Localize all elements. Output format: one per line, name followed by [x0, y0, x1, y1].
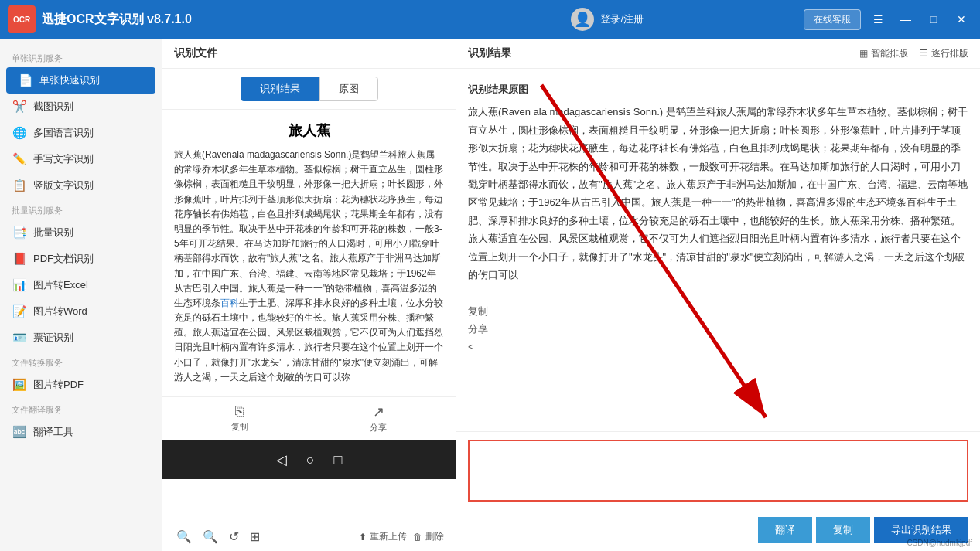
sidebar-item-handwriting[interactable]: ✏️ 手写文字识别: [0, 146, 162, 172]
result-btn-row: 翻译 复制 导出识别结果: [456, 509, 980, 551]
file-panel: 识别文件 识别结果 原图 旅人蕉 旅人蕉(Ravenala madagascar…: [162, 39, 456, 551]
title-bar: OCR 迅捷OCR文字识别 v8.7.1.0 👤 登录/注册 在线客服 ☰ — …: [0, 0, 980, 39]
result-header-title: 识别结果: [468, 46, 511, 60]
share-label: 分享: [370, 422, 387, 434]
pdf-icon: 📕: [12, 252, 27, 266]
zoom-tools: 🔍 🔍 ↺ ⊞: [174, 527, 262, 546]
translate-icon: 🔤: [12, 425, 27, 439]
img2pdf-icon: 🖼️: [12, 378, 27, 392]
delete-icon: 🗑: [413, 532, 422, 542]
file-tools: ⬆ 重新上传 🗑 删除: [359, 530, 444, 543]
file-toolbar: 🔍 🔍 ↺ ⊞ ⬆ 重新上传 🗑 删除: [162, 522, 456, 551]
sidebar-label-translate: 翻译工具: [33, 425, 73, 439]
sidebar-label-batch: 批量识别: [33, 226, 73, 240]
close-button[interactable]: ✕: [951, 9, 972, 30]
file-panel-header: 识别文件: [162, 39, 456, 69]
sidebar-section-1: 单张识别服务: [0, 46, 162, 67]
sidebar-item-excel[interactable]: 📊 图片转Excel: [0, 272, 162, 298]
vertical-icon: 📋: [12, 179, 27, 192]
phone-bottom-bar: ◁ ○ □: [162, 440, 456, 479]
word-icon: 📝: [12, 304, 27, 318]
line-layout-icon: ☰: [920, 48, 928, 59]
maximize-button[interactable]: □: [923, 9, 944, 30]
article-title: 旅人蕉: [174, 121, 444, 140]
sidebar-item-batch[interactable]: 📑 批量识别: [0, 219, 162, 246]
result-share[interactable]: 分享: [468, 320, 968, 338]
smart-layout-icon: ▦: [859, 48, 868, 59]
batch-icon: 📑: [12, 226, 27, 240]
zoom-in-btn[interactable]: 🔍: [200, 527, 220, 546]
share-action[interactable]: ↗ 分享: [370, 403, 387, 434]
result-bottom: 翻译 复制 导出识别结果: [456, 431, 980, 551]
copy-icon: ⎘: [235, 403, 244, 420]
menu-button[interactable]: ☰: [867, 9, 889, 30]
sidebar-item-fast-ocr[interactable]: 📄 单张快速识别: [6, 67, 155, 94]
article-text: 旅人蕉(Ravenala madagascariensis Sonn.)是鹤望兰…: [174, 148, 444, 385]
back-btn[interactable]: ◁: [276, 451, 287, 468]
sidebar-item-translate[interactable]: 🔤 翻译工具: [0, 419, 162, 445]
title-center: 👤 登录/注册: [419, 8, 797, 31]
copy-result-btn[interactable]: 复制: [816, 517, 870, 543]
highlight-link[interactable]: 百科: [220, 298, 239, 308]
result-content: 识别结果原图 旅人蕉(Raven ala madagascariensis So…: [456, 69, 980, 431]
sidebar-label-word: 图片转Word: [33, 304, 87, 318]
tab-result[interactable]: 识别结果: [241, 77, 319, 101]
sidebar-item-screenshot[interactable]: ✂️ 截图识别: [0, 94, 162, 120]
result-copy[interactable]: 复制: [468, 302, 968, 320]
share-icon: ↗: [373, 403, 384, 420]
sidebar-label-fast-ocr: 单张快速识别: [39, 73, 100, 87]
handwriting-icon: ✏️: [12, 152, 27, 166]
result-section-title: 识别结果原图: [468, 80, 968, 98]
sidebar-section-2: 批量识别服务: [0, 199, 162, 219]
result-header: 识别结果 ▦ 智能排版 ☰ 逐行排版: [456, 39, 980, 69]
sidebar-label-id: 票证识别: [33, 331, 73, 345]
sidebar-section-3: 文件转换服务: [0, 351, 162, 372]
watermark: CSDN@hudmkjpdf: [907, 539, 972, 547]
sidebar-item-word[interactable]: 📝 图片转Word: [0, 298, 162, 325]
sidebar: 单张识别服务 📄 单张快速识别 ✂️ 截图识别 🌐 多国语言识别 ✏️ 手写文字…: [0, 39, 162, 551]
sidebar-label-screenshot: 截图识别: [33, 100, 73, 114]
zoom-out-btn[interactable]: 🔍: [174, 527, 194, 546]
service-button[interactable]: 在线客服: [804, 9, 861, 30]
sidebar-item-id[interactable]: 🪪 票证识别: [0, 325, 162, 351]
delete-btn[interactable]: 🗑 删除: [413, 530, 444, 543]
sidebar-item-img2pdf[interactable]: 🖼️ 图片转PDF: [0, 372, 162, 398]
smart-layout-btn[interactable]: ▦ 智能排版: [859, 47, 908, 60]
recent-btn[interactable]: □: [334, 452, 343, 468]
sidebar-item-multilang[interactable]: 🌐 多国语言识别: [0, 120, 162, 146]
rotate-btn[interactable]: ↺: [227, 527, 241, 546]
multilang-icon: 🌐: [12, 126, 27, 140]
fast-ocr-icon: 📄: [18, 73, 33, 87]
sidebar-label-pdf: PDF文档识别: [33, 252, 94, 266]
result-less[interactable]: <: [468, 338, 968, 355]
app-title: 迅捷OCR文字识别 v8.7.1.0: [42, 12, 419, 28]
title-actions: 在线客服 ☰ — □ ✕: [804, 9, 972, 30]
minimize-button[interactable]: —: [895, 9, 917, 30]
sidebar-label-excel: 图片转Excel: [33, 278, 88, 292]
sidebar-label-multilang: 多国语言识别: [33, 126, 94, 140]
result-text: 旅人蕉(Raven ala madagascariensis Sonn.) 是鹤…: [468, 103, 968, 284]
sidebar-item-vertical[interactable]: 📋 竖版文字识别: [0, 172, 162, 199]
login-button[interactable]: 登录/注册: [600, 12, 644, 26]
tab-original[interactable]: 原图: [319, 77, 378, 101]
screenshot-icon: ✂️: [12, 100, 27, 114]
copy-label: 复制: [231, 421, 248, 433]
translate-btn[interactable]: 翻译: [758, 517, 812, 543]
home-btn[interactable]: ○: [306, 452, 315, 468]
content-area: 识别文件 识别结果 原图 旅人蕉 旅人蕉(Ravenala madagascar…: [162, 39, 980, 551]
avatar: 👤: [571, 8, 594, 31]
result-header-actions: ▦ 智能排版 ☰ 逐行排版: [859, 47, 968, 60]
result-highlight-box: [468, 440, 968, 502]
line-layout-btn[interactable]: ☰ 逐行排版: [920, 47, 968, 60]
sidebar-item-pdf[interactable]: 📕 PDF文档识别: [0, 246, 162, 272]
copy-action[interactable]: ⎘ 复制: [231, 403, 248, 434]
sidebar-label-img2pdf: 图片转PDF: [33, 378, 84, 392]
upload-icon: ⬆: [359, 532, 367, 542]
fit-btn[interactable]: ⊞: [248, 527, 262, 546]
excel-icon: 📊: [12, 278, 27, 292]
file-tabs: 识别结果 原图: [162, 69, 456, 110]
main-layout: 单张识别服务 📄 单张快速识别 ✂️ 截图识别 🌐 多国语言识别 ✏️ 手写文字…: [0, 39, 980, 551]
sidebar-section-4: 文件翻译服务: [0, 398, 162, 419]
reupload-btn[interactable]: ⬆ 重新上传: [359, 530, 407, 543]
sidebar-label-handwriting: 手写文字识别: [33, 152, 94, 166]
